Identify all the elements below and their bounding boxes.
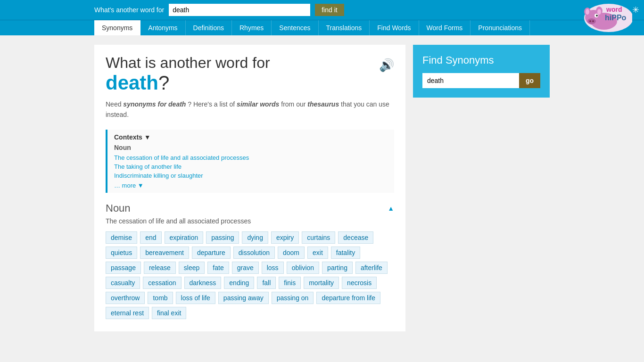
page-title-area: What is another word for death? 🔊	[106, 54, 394, 99]
content-panel: What is another word for death? 🔊 Need s…	[94, 45, 405, 331]
nav-item-definitions[interactable]: Definitions	[186, 20, 232, 35]
nav-item-translations[interactable]: Translations	[319, 20, 370, 35]
word-tag[interactable]: expiration	[165, 231, 204, 244]
word-tag[interactable]: mortality	[304, 277, 339, 289]
context-link[interactable]: The taking of another life	[114, 162, 388, 171]
word-tag[interactable]: loss	[262, 262, 284, 274]
nav-item-find-words[interactable]: Find Words	[370, 20, 419, 35]
svg-point-9	[587, 18, 596, 24]
sidebar-search-input[interactable]	[422, 73, 519, 88]
word-tag[interactable]: decease	[338, 231, 373, 244]
word-tag[interactable]: release	[144, 262, 176, 274]
word-tag[interactable]: afterlife	[355, 262, 388, 274]
word-tag[interactable]: darkness	[184, 277, 222, 289]
desc-bold3: thesaurus	[307, 100, 339, 108]
word-tag[interactable]: finis	[279, 277, 301, 289]
svg-text:word: word	[606, 6, 622, 13]
search-word: death	[106, 72, 158, 94]
find-synonyms-box: Find Synonyms go	[413, 45, 550, 98]
context-link[interactable]: The cessation of life and all associated…	[114, 153, 388, 162]
word-tag[interactable]: sleep	[179, 262, 205, 274]
svg-text:hiPPo: hiPPo	[605, 14, 627, 22]
top-search-bar: What's another word for find it word	[0, 0, 644, 20]
title-prefix: What is another word for	[106, 54, 270, 71]
context-panel: Contexts ▼ Noun The cessation of life an…	[106, 130, 394, 193]
svg-point-8	[596, 15, 598, 16]
sidebar-title: Find Synonyms	[422, 54, 540, 66]
svg-point-11	[592, 20, 594, 22]
word-tag[interactable]: departure from life	[316, 292, 380, 304]
word-tag[interactable]: passage	[106, 262, 141, 274]
more-contexts-link[interactable]: … more ▼	[114, 182, 388, 189]
sidebar: Find Synonyms go	[413, 45, 550, 331]
sparkle-icon: ✳	[632, 5, 639, 15]
word-tag[interactable]: passing on	[272, 292, 314, 304]
word-tag[interactable]: loss of life	[176, 292, 215, 304]
desc-bold2: similar words	[237, 100, 279, 108]
word-tag[interactable]: bereavement	[140, 247, 189, 259]
page-title: What is another word for death?	[106, 54, 270, 94]
desc-need: Need	[106, 100, 121, 108]
context-noun-label: Noun	[114, 144, 388, 151]
top-search-label: What's another word for	[94, 6, 164, 14]
audio-button[interactable]: 🔊	[379, 58, 394, 73]
noun-title: Noun	[106, 202, 131, 214]
nav-item-sentences[interactable]: Sentences	[272, 20, 318, 35]
word-tag[interactable]: overthrow	[106, 292, 145, 304]
word-tag[interactable]: necrosis	[342, 277, 377, 289]
word-tag[interactable]: departure	[192, 247, 231, 259]
context-links: The cessation of life and all associated…	[114, 153, 388, 180]
question-mark: ?	[158, 72, 169, 94]
word-tag[interactable]: fate	[207, 262, 229, 274]
find-it-button[interactable]: find it	[315, 4, 344, 16]
sidebar-go-button[interactable]: go	[519, 73, 540, 88]
collapse-button[interactable]: ▲	[388, 205, 394, 212]
word-tag[interactable]: doom	[278, 247, 305, 259]
word-tag[interactable]: cessation	[143, 277, 181, 289]
nav-item-synonyms[interactable]: Synonyms	[94, 20, 140, 35]
word-tag[interactable]: grave	[232, 262, 259, 274]
svg-point-10	[589, 20, 591, 22]
nav-item-antonyms[interactable]: Antonyms	[140, 20, 185, 35]
site-logo: word hiPPo	[573, 0, 635, 33]
word-tag[interactable]: casualty	[106, 277, 140, 289]
word-tag[interactable]: eternal rest	[106, 307, 149, 319]
desc-mid2: from our	[281, 100, 305, 108]
word-tag[interactable]: ending	[224, 277, 254, 289]
word-tag[interactable]: fatality	[331, 247, 360, 259]
noun-description: The cessation of life and all associated…	[106, 217, 394, 225]
word-tag[interactable]: curtains	[302, 231, 335, 244]
word-tag[interactable]: passing	[206, 231, 239, 244]
word-tag[interactable]: exit	[307, 247, 328, 259]
word-tag[interactable]: oblivion	[287, 262, 319, 274]
svg-point-4	[586, 9, 589, 15]
word-tag[interactable]: final exit	[152, 307, 186, 319]
word-tag[interactable]: fall	[257, 277, 276, 289]
description-text: Need synonyms for death ? Here's a list …	[106, 99, 394, 120]
sidebar-search-row: go	[422, 73, 540, 88]
word-tag[interactable]: passing away	[218, 292, 269, 304]
svg-point-6	[597, 9, 601, 15]
main-nav: SynonymsAntonymsDefinitionsRhymesSentenc…	[0, 20, 644, 35]
word-tag[interactable]: tomb	[148, 292, 173, 304]
nav-item-pronunciations[interactable]: Pronunciations	[471, 20, 530, 35]
nav-item-rhymes[interactable]: Rhymes	[232, 20, 272, 35]
main-container: What is another word for death? 🔊 Need s…	[0, 35, 644, 341]
nav-item-word-forms[interactable]: Word Forms	[419, 20, 471, 35]
word-tag[interactable]: dissolution	[233, 247, 275, 259]
top-search-input[interactable]	[169, 4, 310, 16]
noun-section-header: Noun ▲	[106, 202, 394, 214]
word-tag[interactable]: quietus	[106, 247, 137, 259]
word-tag[interactable]: parting	[322, 262, 353, 274]
synonyms-tags: demiseendexpirationpassingdyingexpirycur…	[106, 231, 394, 319]
word-tag[interactable]: demise	[106, 231, 137, 244]
context-link[interactable]: Indiscriminate killing or slaughter	[114, 171, 388, 180]
word-tag[interactable]: dying	[242, 231, 268, 244]
word-tag[interactable]: expiry	[271, 231, 299, 244]
desc-bold1: synonyms for death	[123, 100, 186, 108]
context-header[interactable]: Contexts ▼	[114, 133, 388, 141]
desc-mid: ? Here's a list of	[188, 100, 235, 108]
tag-row: demiseendexpirationpassingdyingexpirycur…	[106, 231, 394, 319]
word-tag[interactable]: end	[140, 231, 161, 244]
